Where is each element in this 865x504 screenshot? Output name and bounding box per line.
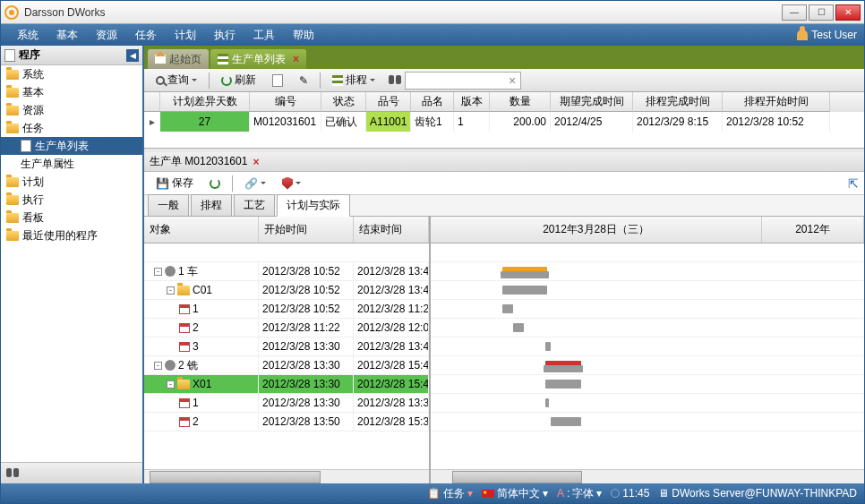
folder-icon — [177, 380, 190, 389]
subtab-schedule[interactable]: 排程 — [191, 194, 232, 216]
tab-orderlist[interactable]: 生产单列表 × — [210, 49, 306, 69]
sidebar-item[interactable]: 执行 — [1, 191, 142, 209]
grid-cell[interactable]: 齿轮1 — [411, 112, 454, 132]
maximize-button[interactable]: ☐ — [809, 4, 834, 21]
gantt-chart-body[interactable] — [431, 243, 864, 469]
grid-cell[interactable]: A11001 — [366, 112, 411, 132]
gantt-bar[interactable] — [502, 286, 547, 295]
minimize-button[interactable]: — — [782, 4, 807, 21]
user-label[interactable]: Test User — [811, 29, 857, 41]
gantt-bar[interactable] — [501, 271, 549, 278]
binoculars-icon[interactable] — [6, 468, 19, 479]
tab-start[interactable]: 起始页 — [148, 49, 209, 69]
gantt-tree-row[interactable]: 12012/3/28 13:302012/3/28 13:30 — [144, 394, 429, 413]
status-font[interactable]: A: 字体 ▾ — [557, 486, 602, 501]
sidebar-item[interactable]: 看板 — [1, 209, 142, 226]
grid-row[interactable]: ▸ 27M012031601已确认A11001齿轮11200.002012/4/… — [144, 112, 864, 132]
grid-cell[interactable]: 2012/3/28 10:52 — [723, 112, 830, 132]
grid-col-header[interactable]: 品号 — [366, 92, 411, 112]
gantt-bar[interactable] — [513, 323, 524, 332]
gantt-bar[interactable] — [545, 398, 549, 407]
search-input[interactable] — [405, 72, 521, 90]
grid-cell[interactable]: 已确认 — [321, 112, 366, 132]
scrollbar-horizontal[interactable] — [431, 469, 864, 483]
close-button[interactable]: ✕ — [835, 4, 861, 21]
gantt-tree-row[interactable]: 32012/3/28 13:302012/3/28 13:40 — [144, 337, 429, 356]
gantt-tree-row[interactable]: 22012/3/28 13:502012/3/28 15:30 — [144, 413, 429, 431]
gantt-bar[interactable] — [502, 304, 513, 313]
scrollbar-horizontal[interactable] — [144, 469, 429, 483]
gantt-tree-row[interactable]: 12012/3/28 10:522012/3/28 11:22 — [144, 300, 429, 319]
menu-execute[interactable]: 执行 — [205, 28, 244, 43]
sidebar-item[interactable]: 生产单属性 — [1, 155, 142, 173]
end-time: 2012/3/28 15:40 — [354, 356, 429, 374]
save-button[interactable]: 💾 保存 — [150, 173, 200, 193]
grid-col-header[interactable]: 排程开始时间 — [723, 92, 830, 112]
grid-col-header[interactable]: 版本 — [454, 92, 490, 112]
gantt-bar-row — [431, 300, 864, 319]
gantt-tree-row[interactable]: -1 车2012/3/28 10:522012/3/28 13:40 — [144, 262, 429, 281]
grid-col-header[interactable]: 期望完成时间 — [551, 92, 633, 112]
gantt-tree-row[interactable]: 22012/3/28 11:222012/3/28 12:00 — [144, 319, 429, 337]
tab-close-icon[interactable]: × — [293, 53, 299, 65]
subtab-process[interactable]: 工艺 — [234, 194, 275, 216]
grid-col-header[interactable]: 状态 — [321, 92, 366, 112]
expander-icon[interactable]: - — [167, 380, 175, 389]
sidebar-item[interactable]: 资源 — [1, 101, 142, 119]
grid-cell[interactable]: M012031601 — [250, 112, 321, 132]
gantt-bar[interactable] — [545, 342, 551, 351]
refresh-button[interactable]: 刷新 — [215, 70, 262, 90]
sidebar-item[interactable]: 系统 — [1, 65, 142, 83]
status-lang[interactable]: 简体中文 ▾ — [482, 486, 548, 501]
gantt-tree-row[interactable]: -C012012/3/28 10:522012/3/28 13:40 — [144, 281, 429, 300]
link-button[interactable]: 🔗 — [238, 175, 272, 192]
menu-task[interactable]: 任务 — [126, 28, 166, 43]
grid-cell[interactable]: 2012/3/29 8:15 — [633, 112, 723, 132]
menu-system[interactable]: 系统 — [8, 28, 47, 43]
sidebar-item[interactable]: 生产单列表 — [1, 137, 142, 155]
menu-help[interactable]: 帮助 — [284, 28, 323, 43]
grid-cell[interactable]: 2012/4/25 — [551, 112, 633, 132]
grid-col-header[interactable]: 品名 — [411, 92, 454, 112]
expand-button[interactable]: ⇱ — [848, 176, 859, 191]
grid-col-header[interactable]: 数量 — [490, 92, 551, 112]
detail-close-icon[interactable]: × — [253, 156, 259, 168]
query-button[interactable]: 查询 — [150, 70, 203, 90]
schedule-button[interactable]: 排程 — [326, 70, 381, 90]
start-time: 2012/3/28 10:52 — [259, 300, 354, 318]
grid-cell[interactable]: 1 — [454, 112, 490, 132]
shield-button[interactable] — [276, 175, 307, 192]
status-tasks[interactable]: 📋 任务 ▾ — [427, 486, 473, 501]
refresh-button[interactable] — [203, 175, 227, 192]
menu-plan[interactable]: 计划 — [166, 28, 205, 43]
new-button[interactable] — [266, 72, 289, 90]
subtab-general[interactable]: 一般 — [148, 194, 189, 216]
gantt-bar[interactable] — [545, 380, 581, 389]
subtab-planactual[interactable]: 计划与实际 — [277, 194, 350, 217]
col-start: 开始时间 — [259, 217, 354, 243]
clear-search-icon[interactable]: × — [509, 73, 516, 88]
grid-col-header[interactable]: 排程完成时间 — [633, 92, 723, 112]
sidebar-item[interactable]: 任务 — [1, 119, 142, 137]
grid-col-header[interactable]: 编号 — [250, 92, 321, 112]
grid-cell[interactable]: 200.00 — [490, 112, 551, 132]
sidebar-item[interactable]: 最近使用的程序 — [1, 226, 142, 244]
grid-col-header[interactable]: 计划差异天数 — [160, 92, 250, 112]
menu-resource[interactable]: 资源 — [87, 28, 126, 43]
menu-basic[interactable]: 基本 — [47, 28, 87, 43]
expander-icon[interactable]: - — [167, 286, 175, 295]
collapse-button[interactable]: ◀ — [126, 49, 139, 62]
gantt-tree-row[interactable]: -2 铣2012/3/28 13:302012/3/28 15:40 — [144, 356, 429, 375]
edit-button[interactable]: ✎ — [293, 72, 314, 90]
grid-cell[interactable]: 27 — [160, 112, 250, 132]
sidebar-item[interactable]: 基本 — [1, 83, 142, 101]
gantt-bar[interactable] — [551, 417, 581, 426]
sidebar: 程序 ◀ 系统基本资源任务生产单列表生产单属性计划执行看板最近使用的程序 — [1, 46, 144, 483]
expander-icon[interactable]: - — [154, 362, 162, 370]
expander-icon[interactable]: - — [154, 268, 162, 276]
gantt-tree-body[interactable]: -1 车2012/3/28 10:522012/3/28 13:40-C0120… — [144, 243, 429, 469]
gantt-tree-row[interactable]: -X012012/3/28 13:302012/3/28 15:40 — [144, 375, 429, 394]
sidebar-item[interactable]: 计划 — [1, 173, 142, 191]
menu-tool[interactable]: 工具 — [244, 28, 284, 43]
gantt-bar[interactable] — [544, 365, 583, 372]
